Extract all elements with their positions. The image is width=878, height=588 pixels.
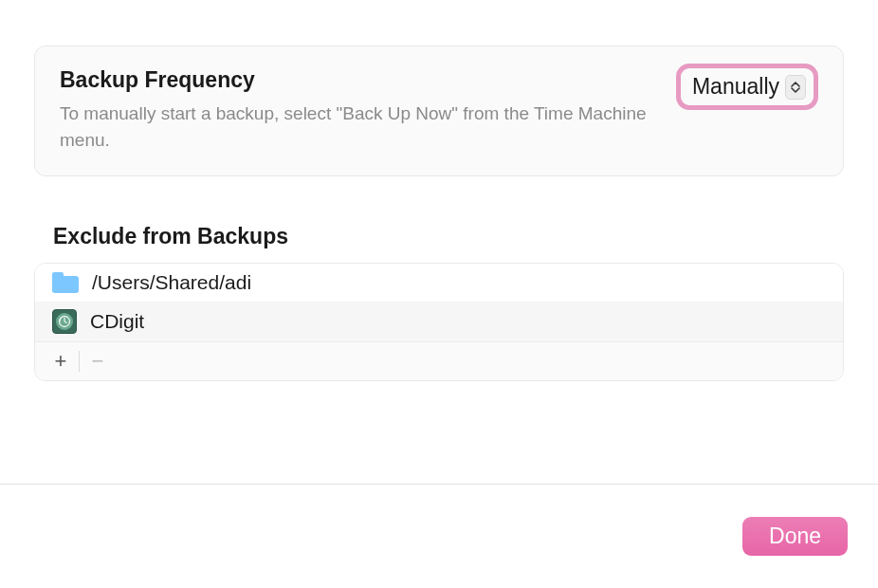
backup-frequency-title: Backup Frequency	[60, 67, 657, 93]
backup-frequency-highlight: Manually	[676, 64, 818, 110]
backup-frequency-dropdown[interactable]: Manually	[686, 72, 808, 101]
backup-frequency-dropdown-value: Manually	[692, 74, 779, 100]
exclude-toolbar: + −	[35, 341, 843, 380]
exclude-item-path: CDigit	[90, 310, 144, 333]
footer-divider	[0, 484, 878, 485]
done-button[interactable]: Done	[742, 517, 848, 556]
add-button[interactable]: +	[46, 347, 75, 376]
backup-frequency-subtitle: To manually start a backup, select "Back…	[60, 101, 657, 153]
exclude-title: Exclude from Backups	[53, 224, 844, 249]
exclude-section: Exclude from Backups /Users/Shared/adi	[34, 224, 844, 381]
chevron-up-down-icon	[785, 75, 806, 100]
backup-frequency-text: Backup Frequency To manually start a bac…	[60, 67, 676, 153]
plus-icon: +	[55, 349, 67, 374]
list-item[interactable]: /Users/Shared/adi	[35, 264, 843, 302]
done-button-label: Done	[769, 524, 821, 548]
remove-button[interactable]: −	[83, 347, 112, 376]
exclude-item-path: /Users/Shared/adi	[92, 271, 251, 294]
backup-frequency-card: Backup Frequency To manually start a bac…	[34, 46, 844, 176]
folder-icon	[52, 272, 79, 293]
list-item[interactable]: CDigit	[35, 302, 843, 341]
timemachine-icon	[52, 309, 77, 334]
exclude-list: /Users/Shared/adi CDigit	[34, 263, 844, 381]
toolbar-separator	[79, 351, 80, 372]
minus-icon: −	[92, 349, 104, 374]
